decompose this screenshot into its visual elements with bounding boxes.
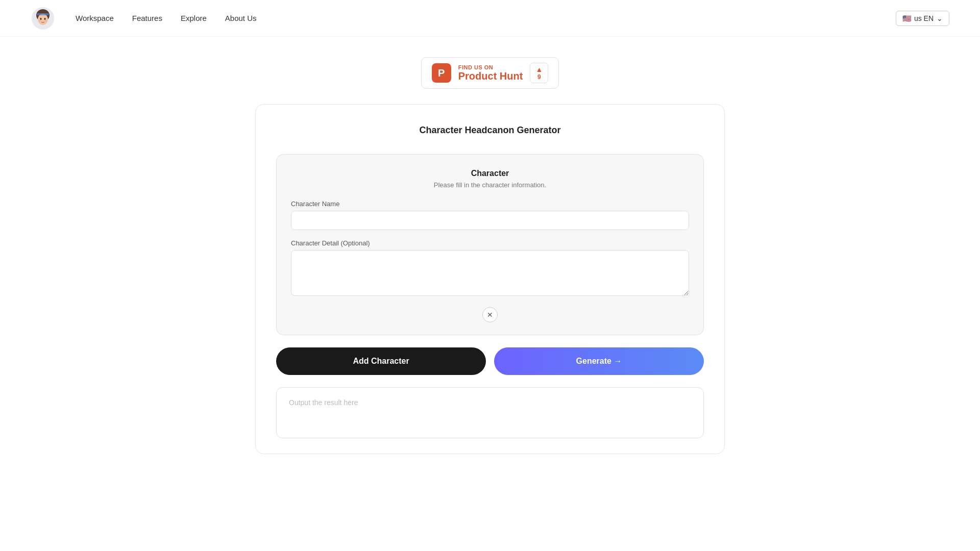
product-hunt-banner: P FIND US ON Product Hunt ▲ 9 <box>0 57 980 89</box>
svg-point-3 <box>40 18 42 20</box>
nav-workspace[interactable]: Workspace <box>76 14 114 22</box>
nav-explore[interactable]: Explore <box>181 14 207 22</box>
upvote-arrow-icon: ▲ <box>535 65 543 73</box>
logo[interactable] <box>31 6 55 31</box>
character-name-input[interactable] <box>291 211 689 230</box>
main-card: Character Headcanon Generator Character … <box>255 104 725 454</box>
character-card-title: Character <box>291 169 689 178</box>
upvote-badge[interactable]: ▲ 9 <box>530 63 548 83</box>
navbar-links: Workspace Features Explore About Us <box>76 14 896 22</box>
remove-character-button[interactable]: ✕ <box>482 307 498 322</box>
nav-features[interactable]: Features <box>132 14 162 22</box>
svg-point-5 <box>39 20 41 21</box>
svg-point-6 <box>45 20 47 21</box>
character-detail-group: Character Detail (Optional) <box>291 239 689 298</box>
output-container: Output the result here <box>276 387 704 438</box>
character-detail-label: Character Detail (Optional) <box>291 239 689 247</box>
character-name-group: Character Name <box>291 200 689 230</box>
product-hunt-icon: P <box>432 63 451 83</box>
navbar: Workspace Features Explore About Us 🇺🇸 u… <box>0 0 980 37</box>
lang-label: us EN <box>914 14 934 22</box>
character-detail-input[interactable] <box>291 250 689 296</box>
product-hunt-text: FIND US ON Product Hunt <box>458 64 523 82</box>
svg-point-4 <box>44 18 46 20</box>
flag-icon: 🇺🇸 <box>902 14 911 22</box>
output-placeholder: Output the result here <box>289 398 358 407</box>
nav-about[interactable]: About Us <box>225 14 257 22</box>
add-character-button[interactable]: Add Character <box>276 347 486 375</box>
remove-button-container: ✕ <box>291 307 689 322</box>
chevron-down-icon: ⌄ <box>937 14 943 22</box>
product-hunt-link[interactable]: P FIND US ON Product Hunt ▲ 9 <box>421 57 559 89</box>
language-selector[interactable]: 🇺🇸 us EN ⌄ <box>896 11 949 26</box>
action-buttons: Add Character Generate → <box>276 347 704 375</box>
page-title: Character Headcanon Generator <box>276 125 704 136</box>
svg-rect-7 <box>37 13 49 15</box>
generate-button[interactable]: Generate → <box>494 347 704 375</box>
svg-point-2 <box>38 14 48 25</box>
character-card-subtitle: Please fill in the character information… <box>291 181 689 189</box>
character-name-label: Character Name <box>291 200 689 208</box>
find-us-label: FIND US ON <box>458 64 523 70</box>
character-card: Character Please fill in the character i… <box>276 154 704 335</box>
product-hunt-name: Product Hunt <box>458 70 523 82</box>
main-content: Character Headcanon Generator Character … <box>245 104 735 485</box>
upvote-count: 9 <box>537 73 541 81</box>
